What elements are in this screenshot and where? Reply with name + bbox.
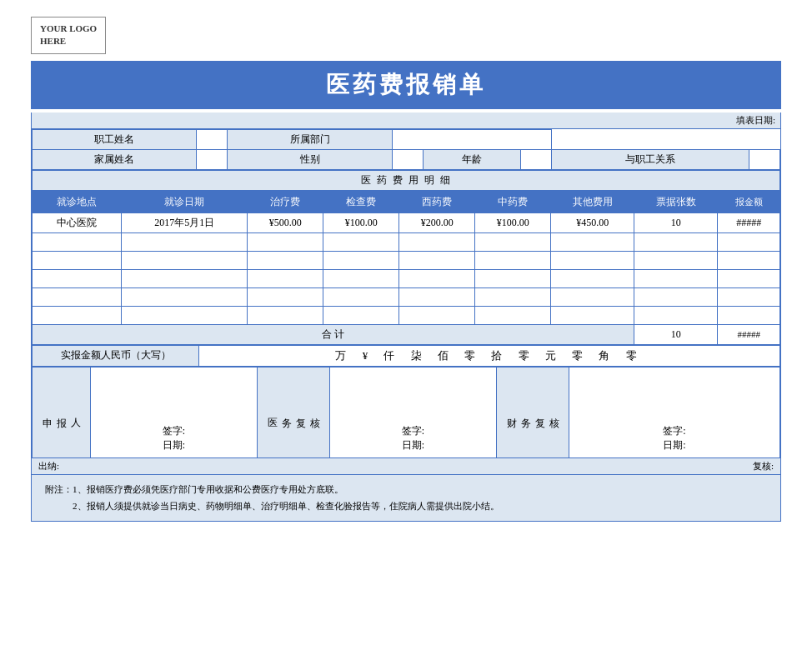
notes-item-1: 2、报销人须提供就诊当日病史、药物明细单、治疗明细单、检查化验报告等，住院病人需… <box>45 498 767 515</box>
col-exam: 检查费 <box>323 191 399 212</box>
logo: YOUR LOGO HERE <box>31 17 106 54</box>
total-label: 合 计 <box>33 324 634 344</box>
cell-3-7 <box>634 269 718 288</box>
cell-4-3 <box>323 288 399 306</box>
notes-item-0: 附注：1、报销医疗费必须凭医疗部门专用收据和公费医疗专用处方底联。 <box>45 482 767 498</box>
detail-table: 就诊地点 就诊日期 治疗费 检查费 西药费 中药费 其他费用 票据张数 报金额 … <box>32 191 780 345</box>
cell-3-3 <box>323 269 399 288</box>
cell-1-0 <box>33 232 122 251</box>
cell-5-0 <box>33 306 122 324</box>
table-row <box>33 288 780 306</box>
cell-0-2: ¥500.00 <box>248 212 323 232</box>
cell-3-0 <box>33 269 122 288</box>
medical-date-label: 日期: <box>337 438 489 452</box>
cell-1-5 <box>475 232 551 251</box>
cell-4-7 <box>634 288 718 306</box>
col-chinese: 中药费 <box>475 191 551 212</box>
table-row <box>33 232 780 251</box>
cell-3-4 <box>399 269 475 288</box>
cell-2-7 <box>634 251 718 269</box>
date-label: 填表日期: <box>736 115 775 125</box>
cell-5-7 <box>634 306 718 324</box>
logo-line1: YOUR LOGO <box>40 23 97 33</box>
cell-2-6 <box>551 251 634 269</box>
cell-0-1: 2017年5月1日 <box>122 212 248 232</box>
table-row <box>33 306 780 324</box>
cell-2-4 <box>399 251 475 269</box>
table-row: 中心医院2017年5月1日¥500.00¥100.00¥200.00¥100.0… <box>33 212 780 232</box>
cell-5-2 <box>248 306 323 324</box>
cell-1-3 <box>323 232 399 251</box>
total-tickets: 10 <box>634 324 718 344</box>
relation-value <box>749 149 780 169</box>
cell-3-2 <box>248 269 323 288</box>
family-name-label: 家属姓名 <box>33 149 197 169</box>
gender-value <box>392 149 423 169</box>
employee-name-value <box>197 129 228 149</box>
applicant-sign-area: 签字: 日期: <box>91 367 258 458</box>
reimbursement-row: 实报金额人民币（大写） 万 ¥ 仟 柒 佰 零 拾 零 元 零 角 零 <box>33 345 780 366</box>
detail-section-table: 医 药 费 用 明 细 <box>32 170 780 191</box>
cell-1-1 <box>122 232 248 251</box>
cell-4-0 <box>33 288 122 306</box>
table-row <box>33 269 780 288</box>
logo-line2: HERE <box>40 36 66 46</box>
cell-3-1 <box>122 269 248 288</box>
family-row: 家属姓名 性别 年龄 与职工关系 <box>33 149 780 169</box>
cell-4-1 <box>122 288 248 306</box>
medical-sign-area: 签字: 日期: <box>330 367 497 458</box>
cell-1-2 <box>248 232 323 251</box>
section-header-row: 医 药 费 用 明 细 <box>33 170 780 190</box>
form-area: 填表日期: 职工姓名 所属部门 家属姓名 性别 年龄 与职工关系 <box>31 112 781 522</box>
cell-5-8 <box>718 306 780 324</box>
table-header-row: 就诊地点 就诊日期 治疗费 检查费 西药费 中药费 其他费用 票据张数 报金额 <box>33 191 780 212</box>
cell-3-6 <box>551 269 634 288</box>
cell-2-3 <box>323 251 399 269</box>
total-amount: ##### <box>718 324 780 344</box>
department-value <box>392 129 551 149</box>
cell-0-0: 中心医院 <box>33 212 122 232</box>
cashier-row: 出纳: 复核: <box>32 458 780 474</box>
family-name-value <box>197 149 228 169</box>
cell-0-8: ##### <box>718 212 780 232</box>
col-treatment: 治疗费 <box>248 191 323 212</box>
cell-1-7 <box>634 232 718 251</box>
finance-review-label: 财务复核 <box>497 367 569 458</box>
medical-review-label: 医务复核 <box>258 367 330 458</box>
section-title: 医 药 费 用 明 细 <box>33 170 780 190</box>
review-label: 复核: <box>753 460 774 472</box>
cell-4-8 <box>718 288 780 306</box>
reimbursement-label: 实报金额人民币（大写） <box>33 345 199 366</box>
cell-4-4 <box>399 288 475 306</box>
cell-0-6: ¥450.00 <box>551 212 634 232</box>
department-label: 所属部门 <box>228 129 392 149</box>
cell-2-2 <box>248 251 323 269</box>
basic-info-table: 职工姓名 所属部门 家属姓名 性别 年龄 与职工关系 <box>32 129 780 170</box>
col-other: 其他费用 <box>551 191 634 212</box>
cell-2-8 <box>718 251 780 269</box>
finance-sign-label: 签字: <box>576 424 773 438</box>
cell-3-8 <box>718 269 780 288</box>
gender-label: 性别 <box>228 149 392 169</box>
cell-0-4: ¥200.00 <box>399 212 475 232</box>
cell-5-6 <box>551 306 634 324</box>
cell-5-4 <box>399 306 475 324</box>
cell-2-0 <box>33 251 122 269</box>
age-label: 年龄 <box>423 149 520 169</box>
date-row: 填表日期: <box>32 112 780 129</box>
cell-2-5 <box>475 251 551 269</box>
page-title: 医药费报销单 <box>31 61 781 109</box>
cell-5-3 <box>323 306 399 324</box>
page: YOUR LOGO HERE 医药费报销单 填表日期: 职工姓名 所属部门 家属… <box>31 17 781 522</box>
applicant-date-label: 日期: <box>98 438 250 452</box>
cell-1-6 <box>551 232 634 251</box>
cell-0-7: 10 <box>634 212 718 232</box>
daxie-value: 万 ¥ 仟 柒 佰 零 拾 零 元 零 角 零 <box>199 345 780 366</box>
applicant-sign-label: 签字: <box>98 424 250 438</box>
col-place: 就诊地点 <box>33 191 122 212</box>
cell-5-5 <box>475 306 551 324</box>
col-tickets: 票据张数 <box>634 191 718 212</box>
finance-sign-area: 签字: 日期: <box>569 367 780 458</box>
notes-area: 附注：1、报销医疗费必须凭医疗部门专用收据和公费医疗专用处方底联。 2、报销人须… <box>32 474 780 522</box>
relation-label: 与职工关系 <box>551 149 749 169</box>
